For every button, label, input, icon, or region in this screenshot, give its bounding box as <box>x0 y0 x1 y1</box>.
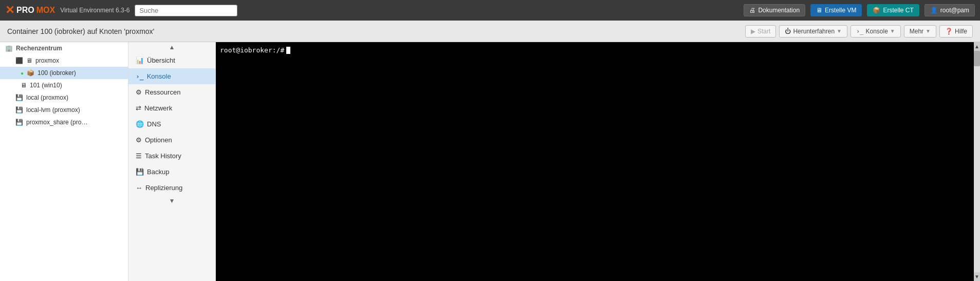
storage-share-label: proxmox_share (pro… <box>26 119 87 126</box>
user-menu-button[interactable]: 👤 root@pam <box>924 4 975 16</box>
replizierung-icon: ↔ <box>136 184 142 192</box>
nav-item-task-history[interactable]: ☰ Task History <box>128 148 215 164</box>
power-icon: ⏻ <box>785 28 791 35</box>
main-layout: 🏢 Rechenzentrum ⬛ 🖥 proxmox ● 📦 100 (iob… <box>0 42 980 281</box>
ct-100-label: 100 (iobroker) <box>38 69 76 77</box>
sidebar-item-100-iobroker[interactable]: ● 📦 100 (iobroker) <box>0 67 128 79</box>
terminal-cursor <box>286 47 290 54</box>
datacenter-label: Rechenzentrum <box>16 45 62 52</box>
sidebar-item-local-proxmox[interactable]: 💾 local (proxmox) <box>0 91 128 104</box>
erstelle-ct-button[interactable]: 📦 Erstelle CT <box>867 4 919 16</box>
nav-item-backup[interactable]: 💾 Backup <box>128 164 215 180</box>
nav-item-netzwerk[interactable]: ⇄ Netzwerk <box>128 100 215 116</box>
start-icon: ▶ <box>751 28 755 35</box>
page-title: Container 100 (iobroker) auf Knoten 'pro… <box>7 27 740 35</box>
scroll-down-button[interactable]: ▼ <box>128 196 215 206</box>
left-nav: ▲ 📊 Übersicht ›_ Konsole ⚙ Ressourcen ⇄ … <box>128 42 216 281</box>
sidebar-item-101-win10[interactable]: 🖥 101 (win10) <box>0 79 128 91</box>
nav-item-optionen[interactable]: ⚙ Optionen <box>128 132 215 148</box>
terminal-prompt: root@iobroker:/# <box>220 46 284 54</box>
konsole-icon: ›_ <box>856 28 863 35</box>
sidebar-item-proxmox[interactable]: ⬛ 🖥 proxmox <box>0 54 128 67</box>
hilfe-button[interactable]: ❓ Hilfe <box>939 25 973 38</box>
action-bar: ▶ Start ⏻ Herunterfahren ▼ ›_ Konsole ▼ … <box>745 25 973 38</box>
terminal-scrollbar: ▲ ▼ <box>974 42 980 281</box>
storage-lvm-icon: 💾 <box>15 106 23 114</box>
konsole-caret: ▼ <box>890 28 895 34</box>
nav-item-ressourcen[interactable]: ⚙ Ressourcen <box>128 84 215 100</box>
vm-101-label: 101 (win10) <box>30 82 62 89</box>
logo-x: ✕ <box>5 4 14 17</box>
logo-prox: PRO <box>16 6 34 15</box>
mehr-caret: ▼ <box>926 28 931 34</box>
proxmox-label: proxmox <box>35 57 59 64</box>
nav-item-dns[interactable]: 🌐 DNS <box>128 116 215 132</box>
dns-icon: 🌐 <box>136 120 144 128</box>
app-header: ✕ PROMOX Virtual Environment 6.3-6 🖨 Dok… <box>0 0 980 21</box>
subheader: Container 100 (iobroker) auf Knoten 'pro… <box>0 21 980 42</box>
logo-mox: MOX <box>36 6 55 15</box>
ressourcen-icon: ⚙ <box>136 88 142 96</box>
terminal[interactable]: root@iobroker:/# <box>216 42 974 281</box>
terminal-area[interactable]: root@iobroker:/# <box>216 42 974 281</box>
help-icon: ❓ <box>945 28 953 35</box>
optionen-icon: ⚙ <box>136 136 142 144</box>
storage-local-icon: 💾 <box>15 94 23 101</box>
konsole-button[interactable]: ›_ Konsole ▼ <box>850 25 901 38</box>
sidebar: 🏢 Rechenzentrum ⬛ 🖥 proxmox ● 📦 100 (iob… <box>0 42 128 281</box>
dokumentation-button[interactable]: 🖨 Dokumentation <box>744 4 805 16</box>
scroll-up-arrow[interactable]: ▲ <box>973 42 980 51</box>
nav-item-ubersicht[interactable]: 📊 Übersicht <box>128 52 215 68</box>
scroll-up-button[interactable]: ▲ <box>128 42 215 52</box>
netzwerk-icon: ⇄ <box>136 104 141 112</box>
vm-icon: 🖥 <box>816 7 822 14</box>
ubersicht-icon: 📊 <box>136 57 144 64</box>
logo: ✕ PROMOX Virtual Environment 6.3-6 <box>5 4 130 17</box>
scroll-down-arrow[interactable]: ▼ <box>973 272 980 281</box>
herunterfahren-caret: ▼ <box>837 28 842 34</box>
erstelle-vm-button[interactable]: 🖥 Erstelle VM <box>810 4 862 16</box>
scrollbar-track[interactable] <box>974 51 980 272</box>
konsole-nav-icon: ›_ <box>136 72 144 80</box>
ct-status-icon: ● <box>21 70 24 76</box>
mehr-button[interactable]: Mehr ▼ <box>904 25 936 38</box>
task-history-icon: ☰ <box>136 152 142 160</box>
proxmox-icon: 🖥 <box>26 57 32 64</box>
scrollbar-thumb[interactable] <box>974 51 980 66</box>
nav-item-replizierung[interactable]: ↔ Replizierung <box>128 180 215 196</box>
doc-icon: 🖨 <box>749 7 755 14</box>
node-status-icon: ⬛ <box>15 57 23 64</box>
sidebar-item-proxmox-share[interactable]: 💾 proxmox_share (pro… <box>0 116 128 128</box>
ct-100-icon: 📦 <box>27 69 34 77</box>
start-button[interactable]: ▶ Start <box>745 25 776 38</box>
vm-101-icon: 🖥 <box>21 82 27 89</box>
storage-share-icon: 💾 <box>15 119 23 126</box>
datacenter-icon: 🏢 <box>5 45 13 52</box>
datacenter-group[interactable]: 🏢 Rechenzentrum <box>0 42 128 54</box>
search-input[interactable] <box>135 5 237 16</box>
sidebar-item-local-lvm-proxmox[interactable]: 💾 local-lvm (proxmox) <box>0 104 128 116</box>
terminal-line: root@iobroker:/# <box>220 46 970 54</box>
ct-icon: 📦 <box>873 7 880 14</box>
nav-item-konsole[interactable]: ›_ Konsole <box>128 68 215 84</box>
logo-subtitle: Virtual Environment 6.3-6 <box>60 7 130 14</box>
storage-local-label: local (proxmox) <box>26 94 68 101</box>
herunterfahren-button[interactable]: ⏻ Herunterfahren ▼ <box>779 25 847 38</box>
user-icon: 👤 <box>930 7 938 14</box>
backup-icon: 💾 <box>136 168 144 176</box>
storage-lvm-label: local-lvm (proxmox) <box>26 106 80 114</box>
